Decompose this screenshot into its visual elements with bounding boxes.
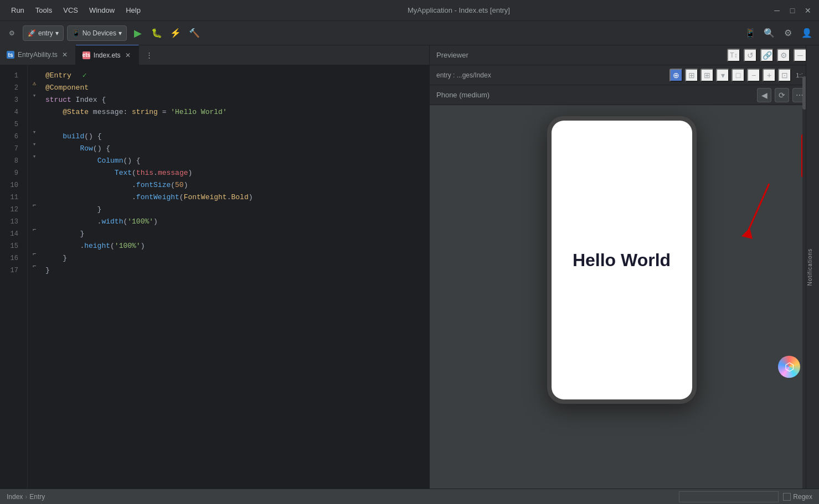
code-content[interactable]: @Entry ✓ @Component struct Index { @Stat… bbox=[41, 65, 429, 489]
device-back-button[interactable]: ◀ bbox=[757, 88, 771, 102]
entry-icon: 🚀 bbox=[28, 29, 36, 37]
code-line-14: } bbox=[45, 228, 429, 240]
gutter-8-fold[interactable]: ▾ bbox=[28, 150, 41, 163]
tab-index-ets-label: Index.ets bbox=[94, 51, 121, 59]
line-num-5: 5 bbox=[0, 118, 23, 131]
tab-index-ets[interactable]: ets Index.ets ✕ bbox=[76, 45, 139, 65]
line-num-17: 17 bbox=[0, 264, 23, 277]
code-line-4: @State message: string = 'Hello World' bbox=[45, 106, 429, 118]
link-button[interactable]: 🔗 bbox=[760, 49, 774, 62]
previewer-header: Previewer T↕ ↺ 🔗 ⚙ ─ bbox=[430, 45, 813, 65]
device-rotate-button[interactable]: ⟳ bbox=[775, 88, 789, 102]
menu-bar: Run Tools VCS Window Help bbox=[7, 4, 145, 17]
zoom-out-button[interactable]: − bbox=[747, 69, 760, 82]
line-num-3: 3 bbox=[0, 94, 23, 106]
menu-help[interactable]: Help bbox=[121, 4, 145, 17]
regex-checkbox-area: Regex bbox=[783, 493, 812, 501]
phone-screen: Hello World bbox=[552, 121, 692, 399]
breadcrumb-entry[interactable]: Entry bbox=[29, 493, 45, 501]
profile-button[interactable]: ⚡ bbox=[168, 25, 183, 41]
svg-marker-1 bbox=[741, 228, 753, 239]
code-editor[interactable]: 1 2 3 4 5 6 7 8 9 10 11 12 13 14 15 16 1… bbox=[0, 65, 429, 489]
grid-view-button[interactable]: ⊞ bbox=[700, 69, 714, 82]
gutter-10 bbox=[28, 175, 41, 187]
layers-button[interactable]: ⊞ bbox=[685, 69, 698, 82]
code-line-10: .fontSize(50) bbox=[45, 179, 429, 191]
line-num-10: 10 bbox=[0, 179, 23, 191]
chevron-down-button[interactable]: ▾ bbox=[716, 69, 729, 82]
settings-gear-button[interactable]: ⚙ bbox=[4, 25, 19, 41]
zoom-in-button[interactable]: + bbox=[763, 69, 776, 82]
gutter-1 bbox=[28, 65, 41, 77]
search-input[interactable] bbox=[679, 491, 779, 502]
right-panel: Previewer T↕ ↺ 🔗 ⚙ ─ entry : ...ges/Inde… bbox=[429, 45, 813, 489]
entry-chevron-icon: ▾ bbox=[55, 29, 59, 37]
gutter-16: ⌐ bbox=[28, 248, 41, 260]
run-button[interactable]: ▶ bbox=[130, 25, 146, 41]
code-line-1: @Entry ✓ bbox=[45, 70, 429, 82]
close-button[interactable]: ✕ bbox=[803, 6, 812, 15]
ts-icon: ts bbox=[7, 51, 14, 59]
line-num-15: 15 bbox=[0, 240, 23, 252]
ets-icon: ets bbox=[83, 51, 90, 59]
tab-index-ets-close[interactable]: ✕ bbox=[124, 50, 132, 60]
code-line-7: Row() { bbox=[45, 143, 429, 155]
tab-entry-ability-close[interactable]: ✕ bbox=[61, 50, 69, 60]
breadcrumb: Index › Entry bbox=[7, 493, 45, 501]
breadcrumb-index[interactable]: Index bbox=[7, 493, 23, 501]
menu-vcs[interactable]: VCS bbox=[59, 4, 83, 17]
window-controls: ─ □ ✕ bbox=[772, 6, 812, 15]
entry-selector-button[interactable]: 🚀 entry ▾ bbox=[23, 25, 64, 41]
phone-mockup: Hello World bbox=[547, 116, 697, 404]
notifications-panel[interactable]: Notifications bbox=[806, 45, 813, 489]
menu-tools[interactable]: Tools bbox=[31, 4, 56, 17]
gutter-11 bbox=[28, 187, 41, 199]
search-toolbar-button[interactable]: 🔍 bbox=[761, 25, 777, 41]
gutter-6-fold[interactable]: ▾ bbox=[28, 126, 41, 138]
device-icon: 📱 bbox=[72, 29, 80, 37]
line-num-9: 9 bbox=[0, 167, 23, 179]
line-num-16: 16 bbox=[0, 252, 23, 264]
full-size-button[interactable]: □ bbox=[732, 69, 745, 82]
gutter-9 bbox=[28, 163, 41, 175]
gutter-13 bbox=[28, 211, 41, 224]
previewer-title: Previewer bbox=[436, 51, 468, 59]
settings-toolbar-button[interactable]: ⚙ bbox=[780, 25, 796, 41]
gutter-7-fold[interactable]: ▾ bbox=[28, 138, 41, 150]
build-button[interactable]: 🔨 bbox=[187, 25, 202, 41]
refresh-button[interactable]: ↺ bbox=[744, 49, 757, 62]
component-view-button[interactable]: ⊕ bbox=[669, 69, 683, 82]
code-line-9: Text(this.message) bbox=[45, 167, 429, 179]
previewer-path-icons: ⊕ ⊞ ⊞ ▾ □ − + ⊡ 1:1 bbox=[669, 69, 807, 82]
code-line-6: build() { bbox=[45, 131, 429, 143]
menu-window[interactable]: Window bbox=[85, 4, 119, 17]
tab-bar: ts EntryAbility.ts ✕ ets Index.ets ✕ ⋮ bbox=[0, 45, 429, 65]
fit-button[interactable]: ⊡ bbox=[778, 69, 791, 82]
regex-checkbox[interactable] bbox=[783, 493, 791, 501]
tab-entry-ability-label: EntryAbility.ts bbox=[18, 51, 58, 59]
maximize-button[interactable]: □ bbox=[788, 6, 797, 15]
line-numbers: 1 2 3 4 5 6 7 8 9 10 11 12 13 14 15 16 1… bbox=[0, 65, 28, 489]
gutter-15 bbox=[28, 236, 41, 248]
tab-entry-ability[interactable]: ts EntryAbility.ts ✕ bbox=[0, 45, 76, 65]
globe-icon: ⬡ bbox=[785, 360, 794, 373]
previewer-settings-button[interactable]: ⚙ bbox=[777, 49, 790, 62]
no-devices-button[interactable]: 📱 No Devices ▾ bbox=[67, 25, 127, 41]
minimize-button[interactable]: ─ bbox=[772, 6, 781, 15]
line-num-6: 6 bbox=[0, 131, 23, 143]
title-bar: Run Tools VCS Window Help MyApplication … bbox=[0, 0, 819, 21]
font-size-button[interactable]: T↕ bbox=[727, 49, 740, 62]
previewer-path-text: entry : ...ges/Index bbox=[436, 71, 491, 79]
previewer-device-bar: Phone (medium) ◀ ⟳ ⋯ bbox=[430, 85, 813, 105]
gutter-3-fold[interactable]: ▾ bbox=[28, 90, 41, 102]
tab-more-button[interactable]: ⋮ bbox=[141, 45, 157, 65]
toolbar: ⚙ 🚀 entry ▾ 📱 No Devices ▾ ▶ 🐛 ⚡ 🔨 📱 🔍 ⚙… bbox=[0, 21, 819, 45]
menu-run[interactable]: Run bbox=[7, 4, 29, 17]
svg-line-0 bbox=[747, 184, 769, 233]
device-manager-button[interactable]: 📱 bbox=[743, 25, 758, 41]
previewer-minimize-button[interactable]: ─ bbox=[794, 49, 807, 62]
debug-button[interactable]: 🐛 bbox=[149, 25, 164, 41]
globe-badge[interactable]: ⬡ bbox=[778, 356, 800, 378]
account-button[interactable]: 👤 bbox=[799, 25, 815, 41]
editor-gutter: ⚠ ▾ ▾ ▾ ▾ ⌐ ⌐ ⌐ ⌐ bbox=[28, 65, 41, 489]
